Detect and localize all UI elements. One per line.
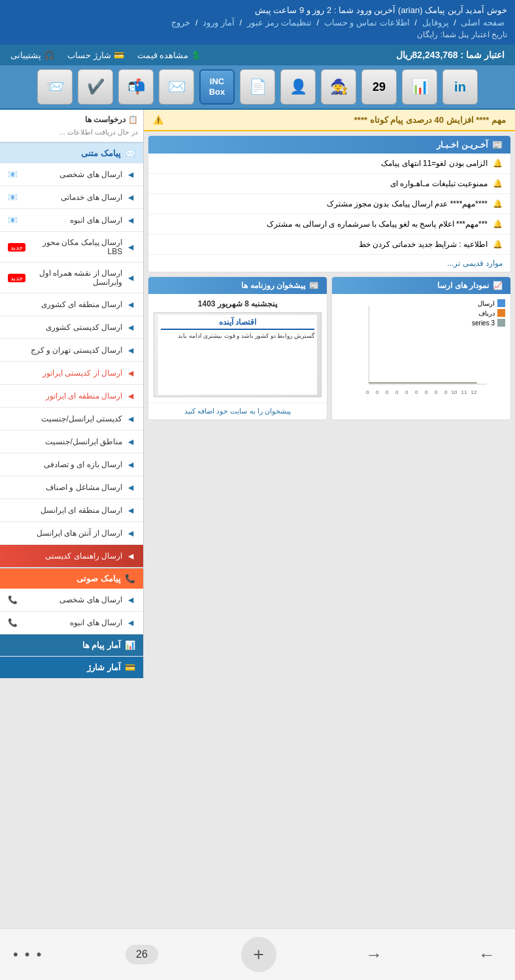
nav-profile[interactable]: پروفایل	[422, 18, 449, 27]
news-header-icon: 📰	[492, 140, 503, 150]
arrow-icon-9: ◄	[126, 368, 135, 378]
arrow-icon-7: ◄	[126, 322, 135, 333]
news-section: 📰 آخـریـن اخـبـار 🔔 الزامی بودن لغو=11 ا…	[148, 135, 511, 272]
envelope-icon: ✉️	[168, 78, 186, 95]
arrow-icon-5: ◄	[126, 272, 135, 283]
news-item-5[interactable]: 🔔 اطلاعیه : شرایط جدید خدماتی کردن خط	[148, 235, 510, 255]
linkedin-toolbar-button[interactable]: in	[442, 69, 478, 105]
nav-logout[interactable]: خروج	[171, 18, 190, 27]
sidebar-postal-tehran[interactable]: ◄ ارسال کدپستی تهران و کرج	[0, 339, 143, 362]
sidebar-random-range-label: ارسال بازه ای و تصادفی	[44, 460, 122, 469]
sidebar-voice-personal[interactable]: ◄ ارسال های شخصی 📞	[0, 589, 143, 612]
letter-icon: 📨	[46, 78, 64, 95]
nav-stats[interactable]: آمار ورود	[203, 18, 235, 27]
sidebar-lbs-send[interactable]: ◄ ارسال پیامک مکان محور LBS جدید	[0, 232, 143, 263]
envelope-toolbar-button[interactable]: ✉️	[159, 69, 194, 105]
chart-toolbar-button[interactable]: 📊	[402, 69, 437, 105]
sidebar-irancell-antenna[interactable]: ◄ ارسال از آنتن های ایرانسل	[0, 522, 143, 545]
sidebar-service-send[interactable]: ◄ ارسال های خدماتی 📧	[0, 186, 143, 209]
news-item-text-4: ***مهم*** اعلام پاسخ به لغو پیامک با سرش…	[267, 220, 488, 229]
nav-home[interactable]: صفحه اصلی	[461, 18, 505, 27]
sidebar-professions[interactable]: ◄ ارسال مشاغل و اصناف	[0, 476, 143, 499]
credit-amount: 82,243,768ریال	[396, 50, 458, 60]
wizard-toolbar-button[interactable]: 🧙	[321, 69, 356, 105]
forward-button[interactable]: →	[359, 942, 389, 968]
charge-icon: 💳	[114, 50, 124, 60]
incbox-toolbar-button[interactable]: INCBox	[199, 69, 235, 105]
sidebar-map-label: ارسال از نقشه همراه اول وایرانسل	[29, 269, 122, 287]
news-item-1[interactable]: 🔔 الزامی بودن لغو=11 انتهای پیامک	[148, 154, 510, 174]
sidebar-postal-guide-highlighted[interactable]: ◄ ارسال راهنمای کدپستی	[0, 545, 143, 568]
arrow-icon-18: ◄	[126, 595, 135, 605]
voice-section-title: پیامک صوتی	[76, 574, 121, 583]
menu-dots[interactable]: • • •	[13, 946, 42, 963]
legend-label-3: series 3	[472, 319, 495, 327]
sidebar-voice-bulk[interactable]: ◄ ارسال های انبوه 📞	[0, 612, 143, 634]
sidebar-iratur-postal[interactable]: ◄ ارسال از کدپستی ایراتور	[0, 362, 143, 385]
newspaper-widget-title: پیشخوان روزنامه ها	[241, 281, 305, 290]
document-icon: 📄	[249, 78, 267, 95]
top-header: خوش آمدید آرین پیامک (arian) آخرین ورود …	[0, 0, 515, 44]
sidebar-iratur-postal-label: ارسال از کدپستی ایراتور	[42, 368, 122, 378]
svg-text:0: 0	[366, 389, 369, 395]
arrow-icon-4: ◄	[126, 242, 135, 252]
sidebar-map-send[interactable]: ◄ ارسال از نقشه همراه اول وایرانسل جدید	[0, 263, 143, 293]
arrow-icon-19: ◄	[126, 617, 135, 628]
newspaper-add-button[interactable]: پیشخوان را به سایت خود اضافه کنید	[148, 402, 327, 419]
chart-widget: 📈 نمودار های ارسا ارسال دریاف	[331, 276, 511, 420]
stats-charge-button[interactable]: 💳 آمار شارژ	[0, 657, 143, 678]
newspaper-area: پنجشنبه 8 شهریور 1403 اقتصاد آینده گسترش…	[148, 294, 327, 402]
sidebar-iratur-regional-label: ارسال منطقه ای ایراتور	[46, 391, 122, 400]
legend-item-2: دریاف	[472, 309, 505, 317]
sidebar-random-range[interactable]: ◄ ارسال بازه ای و تصادفی	[0, 453, 143, 476]
mailbox-icon: 📬	[127, 78, 145, 95]
legend-label-1: ارسال	[478, 300, 495, 307]
send-bulk-icon: 📧	[8, 216, 18, 225]
charge-account-button[interactable]: 💳 شارژ حساب	[67, 50, 124, 60]
nav-line: صفحه اصلی / پروفایل / اطلاعات تماس و حسا…	[8, 18, 507, 27]
sidebar-irancell-postal-gender[interactable]: ◄ کدپستی ایرانسل/جنسیت	[0, 408, 143, 431]
arrow-icon-14: ◄	[126, 482, 135, 493]
news-item-4[interactable]: 🔔 ***مهم*** اعلام پاسخ به لغو پیامک با س…	[148, 214, 510, 235]
arrow-icon-15: ◄	[126, 505, 135, 515]
sidebar-personal-send[interactable]: ◄ ارسال های شخصی 📧	[0, 163, 143, 186]
stats-messages-label: آمار پیام ها	[82, 640, 121, 650]
newspaper-widget: 📰 پیشخوان روزنامه ها پنجشنبه 8 شهریور 14…	[148, 276, 327, 420]
np-inner: اقتصاد آینده گسترش روابط دو کشور باشد و …	[158, 315, 316, 395]
sidebar-regional-national[interactable]: ◄ ارسال منطقه ای کشوری	[0, 293, 143, 316]
news-item-text-3: ****مهم**** عدم ارسال پیامک بدون مجوز مش…	[327, 199, 488, 208]
icon-toolbar: in 📊 29 🧙 👤 📄 INCBox ✉️ 📬 ✔️ 📨	[0, 65, 515, 110]
wizard-icon: 🧙	[330, 78, 348, 95]
news-item-2[interactable]: 🔔 ممنوعیت تبلیغات مـاهـواره ای	[148, 174, 510, 194]
sidebar-iratur-regional[interactable]: ◄ ارسال منطقه ای ایراتور	[0, 385, 143, 408]
nav-password[interactable]: تنظیمات رمز عبور	[247, 18, 312, 27]
letter-toolbar-button[interactable]: 📨	[37, 69, 73, 105]
checkmail-toolbar-button[interactable]: ✔️	[78, 69, 113, 105]
back-button[interactable]: ←	[472, 942, 502, 968]
news-item-icon-5: 🔔	[493, 240, 503, 249]
calendar-toolbar-button[interactable]: 29	[361, 69, 397, 105]
newspaper-date: پنجشنبه 8 شهریور 1403	[154, 299, 322, 308]
person-icon: 👤	[290, 78, 307, 95]
person-toolbar-button[interactable]: 👤	[280, 69, 316, 105]
chart-widget-icon: 📈	[493, 281, 503, 290]
arrow-icon-16: ◄	[126, 528, 135, 538]
sidebar-postal-national[interactable]: ◄ ارسال کدپستی کشوری	[0, 316, 143, 339]
view-price-button[interactable]: 💲 مشاهده قیمت	[137, 50, 202, 60]
support-button[interactable]: 🎧 پشتیبانی	[10, 50, 54, 60]
arrow-icon-17: ◄	[126, 551, 135, 561]
sidebar-bulk-send[interactable]: ◄ ارسال های انبوه 📧	[0, 209, 143, 232]
add-button[interactable]: +	[241, 937, 276, 972]
stats-messages-button[interactable]: 📊 آمار پیام ها	[0, 634, 143, 656]
sidebar-irancell-regional[interactable]: ◄ ارسال منطقه ای ایرانسل	[0, 499, 143, 522]
nav-contact[interactable]: اطلاعات تماس و حساب	[324, 18, 410, 27]
svg-text:12: 12	[471, 389, 477, 395]
news-item-3[interactable]: 🔔 ****مهم**** عدم ارسال پیامک بدون مجوز …	[148, 194, 510, 214]
dollar-icon: 💲	[191, 50, 201, 60]
sidebar-irancell-regions-gender[interactable]: ◄ مناطق ایرانسل/جنسیت	[0, 431, 143, 453]
requests-title-text: درخواست ها	[85, 115, 125, 124]
document-toolbar-button[interactable]: 📄	[240, 69, 275, 105]
mailbox-toolbar-button[interactable]: 📬	[118, 69, 154, 105]
news-more-button[interactable]: موارد قدیمی تر...	[148, 255, 510, 272]
incbox-icon: INCBox	[209, 76, 225, 97]
